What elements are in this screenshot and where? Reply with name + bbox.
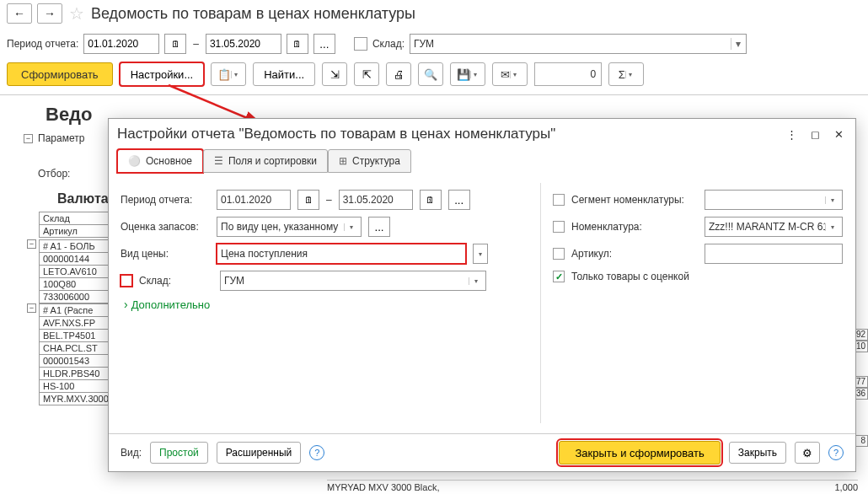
dlg-date-from[interactable]: 01.01.2020 [217, 190, 291, 210]
dlg-period-picker[interactable]: ... [448, 190, 470, 210]
artikul-check[interactable] [553, 248, 565, 260]
save-button[interactable]: 💾▾ [450, 62, 485, 86]
ocenka-select[interactable]: По виду цен, указанному▾ [217, 217, 362, 237]
dlg-sklad-select[interactable]: ГУМ▾ [220, 271, 486, 291]
price-input[interactable]: Цена поступления [217, 244, 466, 264]
help-button[interactable]: ? [309, 445, 324, 460]
filter-icon: ⚪ [128, 155, 141, 167]
print-icon: 🖨 [394, 68, 405, 81]
form-button[interactable]: Сформировать [7, 62, 113, 86]
params-label: Параметр [38, 132, 105, 144]
footer-help-button[interactable]: ? [828, 445, 844, 460]
bottom-fragment: MYRYAD MXV 3000 Black, [327, 482, 439, 492]
tab-fields[interactable]: ☰Поля и сортировки [203, 149, 328, 173]
favorite-star-icon[interactable]: ☆ [67, 4, 86, 23]
ocenka-ellipsis[interactable]: ... [368, 217, 390, 237]
save-icon: 💾 [457, 68, 470, 81]
sklad-value: ГУМ [414, 38, 434, 50]
more-toggle[interactable]: ›Дополнительно [124, 298, 520, 311]
preview-icon: 🔍 [424, 68, 437, 81]
tab-main[interactable]: ⚪Основное [117, 149, 203, 173]
collapse-icon: ⇱ [362, 68, 372, 81]
segment-label: Сегмент номенклатуры: [571, 194, 698, 206]
sklad-select[interactable]: ГУМ ▾ [410, 34, 747, 54]
dlg-cal-to[interactable]: 🗓 [420, 190, 442, 210]
view-label: Вид: [121, 447, 142, 459]
nomen-check[interactable] [553, 221, 565, 233]
close-and-form-button[interactable]: Закрыть и сформировать [559, 441, 720, 464]
tree-toggle[interactable]: − [24, 134, 33, 143]
nomen-label: Номенклатура: [571, 221, 698, 233]
nav-back-button[interactable]: ← [7, 3, 32, 24]
email-icon: ✉ [501, 68, 510, 81]
expand-icon: ⇲ [330, 68, 340, 81]
struct-icon: ⊞ [339, 155, 347, 167]
collapse-button[interactable]: ⇱ [354, 62, 379, 86]
maximize-button[interactable]: ◻ [806, 126, 823, 142]
close-button[interactable]: Закрыть [729, 442, 786, 464]
filter-tool-button[interactable]: ⚙ [795, 442, 820, 464]
paste-icon: 📋 [217, 68, 231, 81]
price-dropdown[interactable]: ▾ [473, 244, 488, 264]
filter-t-icon: ⚙ [802, 447, 812, 459]
segment-select[interactable]: ▾ [705, 190, 843, 210]
dlg-date-to[interactable]: 31.05.2020 [339, 190, 413, 210]
artikul-label: Артикул: [571, 248, 698, 260]
artikul-input[interactable] [705, 244, 843, 264]
sklad-checkbox[interactable] [354, 37, 367, 51]
row-toggle-2[interactable]: − [27, 303, 36, 313]
segment-check[interactable] [553, 194, 565, 206]
date-from-input[interactable] [83, 34, 159, 54]
row-toggle[interactable]: − [27, 239, 36, 249]
otbor-label: Отбор: [38, 168, 105, 180]
nav-forward-button[interactable]: → [37, 3, 62, 24]
sklad-check[interactable] [121, 275, 132, 287]
price-label: Вид цены: [121, 248, 210, 260]
period-dash: – [193, 38, 199, 50]
close-dialog-button[interactable]: ✕ [830, 126, 847, 142]
expand-button[interactable]: ⇲ [322, 62, 347, 86]
dlg-sklad-label: Склад: [139, 275, 213, 287]
nomen-select[interactable]: Zzz!!! MARANTZ M-CR 611 Black▾ [705, 217, 843, 237]
date-to-calendar-button[interactable]: 🗓 [287, 34, 308, 54]
only-goods-check[interactable]: ✓ [553, 271, 565, 282]
more-menu-button[interactable]: ⋮ [783, 126, 800, 142]
only-goods-label: Только товары с оценкой [571, 271, 689, 282]
page-title: Ведомость по товарам в ценах номенклатур… [91, 5, 415, 23]
mode-simple-button[interactable]: Простой [150, 442, 208, 464]
period-picker-button[interactable]: ... [313, 34, 335, 54]
count-display: 0 [534, 62, 602, 86]
period-label: Период отчета: [7, 38, 78, 50]
sigma-icon: Σ [619, 68, 625, 81]
dlg-period-label: Период отчета: [121, 194, 210, 206]
email-button[interactable]: ✉▾ [492, 62, 528, 86]
date-from-calendar-button[interactable]: 🗓 [164, 34, 186, 54]
bottom-number: 1,000 [834, 482, 858, 492]
date-to-input[interactable] [206, 34, 281, 54]
sigma-button[interactable]: Σ▾ [608, 62, 644, 86]
find-button[interactable]: Найти... [253, 62, 315, 86]
dialog-title: Настройки отчета "Ведомость по товарам в… [117, 126, 776, 142]
sklad-label: Склад: [372, 38, 405, 50]
mode-extended-button[interactable]: Расширенный [217, 442, 302, 464]
dlg-cal-from[interactable]: 🗓 [297, 190, 319, 210]
paste-button[interactable]: 📋▾ [211, 62, 246, 86]
print-button[interactable]: 🖨 [386, 62, 411, 86]
preview-button[interactable]: 🔍 [418, 62, 443, 86]
tab-struct[interactable]: ⊞Структура [328, 149, 411, 173]
settings-button[interactable]: Настройки... [120, 62, 205, 86]
chevron-right-icon: › [124, 298, 128, 311]
ocenka-label: Оценка запасов: [121, 221, 210, 233]
sort-icon: ☰ [214, 155, 223, 167]
dropdown-caret-icon: ▾ [731, 38, 742, 50]
settings-dialog: Настройки отчета "Ведомость по товарам в… [108, 118, 856, 472]
